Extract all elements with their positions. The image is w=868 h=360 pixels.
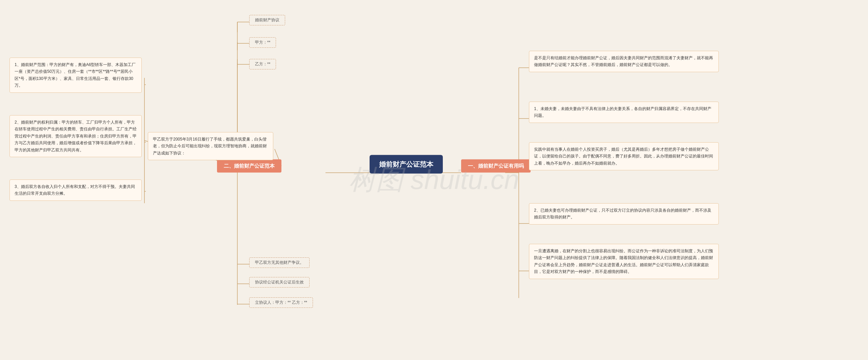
right-text-2: 1、未婚夫妻，未婚夫妻由于不具有法律上的夫妻关系，各自的财产归属容易界定，不存在… <box>529 102 719 123</box>
top-node-1: 婚前财产协议 <box>249 15 285 25</box>
left-text-3: 3、婚后双方各自收入归个人所有和支配，对方不得干预。夫妻共同生活的日常开支由双方… <box>9 179 142 201</box>
branch-left: 二、婚前财产公证范本 <box>217 160 281 173</box>
middle-left-text: 甲乙双方于2005年3月16日履行了手续，都愿共筑爱巢，白头偕老，但为防止今后可… <box>148 132 273 160</box>
branch-right: 一、婚前财产公证有用吗 <box>461 160 531 173</box>
bottom-node-2: 协议经公证机关公证后生效 <box>249 277 310 288</box>
bottom-node-1: 甲乙双方无其他财产争议。 <box>249 257 310 268</box>
right-text-5: 一旦遭遇离婚，在财产的分割上也很容易出现纠纷。而公证作为一种非诉讼的准司法制度，… <box>529 244 719 279</box>
left-text-1: 1、婚前财产范围：甲方的财产有，奥迪A6型轿车一部、木器加工厂一座（资产总价值5… <box>9 58 142 93</box>
top-node-3: 乙方：** <box>249 59 276 69</box>
right-text-3: 实践中就有当事人在婚前个人投资买房子，婚后（尤其是再婚后）多年才想把房子做个婚前… <box>529 142 719 170</box>
left-text-2: 2、婚前财产的权利归属：甲方的轿车、工厂归甲方个人所有，甲方在轿车使用过程中产生… <box>9 115 142 157</box>
bottom-node-3: 立协议人：甲方：** 乙方：** <box>249 297 313 308</box>
right-text-4: 2、已婚夫妻也可办理婚前财产公证，只不过双方订立的协议内容只涉及各自的婚前财产，… <box>529 203 719 225</box>
mind-map: 树图 shuitu.cn <box>0 0 868 360</box>
top-node-2: 甲方：** <box>249 37 276 48</box>
right-text-1: 是不是只有结婚前才能办理婚前财产公证，婚后因夫妻共同财产的范围而混淆了夫妻财产，… <box>529 51 719 72</box>
center-node: 婚前财产公证范本 <box>370 155 443 174</box>
